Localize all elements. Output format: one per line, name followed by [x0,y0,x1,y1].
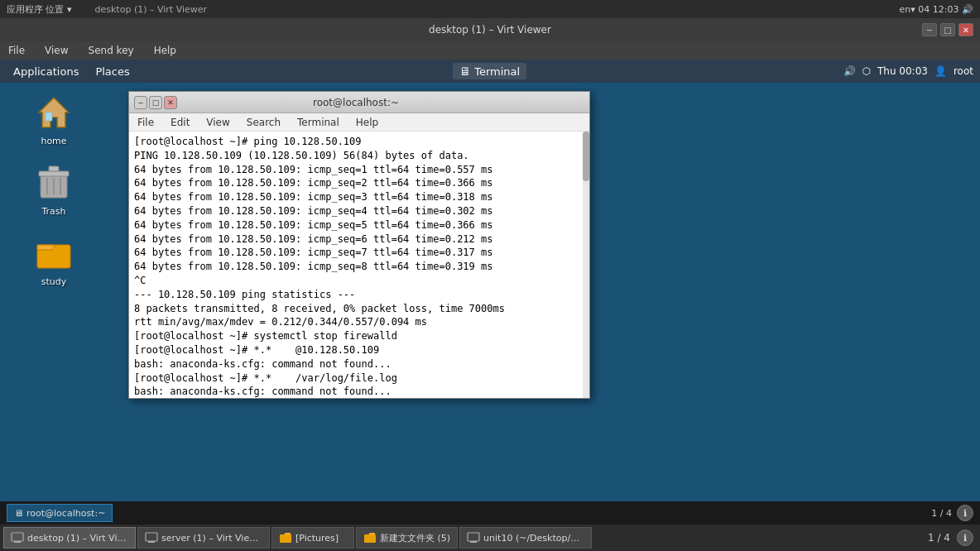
gnome-bluetooth-icon[interactable]: ⬡ [862,65,871,77]
virt-bottom-bar: desktop (1) – Virt Viewer server (1) – V… [0,525,980,551]
virt-maximize-btn[interactable]: □ [940,23,955,36]
terminal-minimize-btn[interactable]: − [134,96,147,109]
svg-marker-0 [39,98,69,127]
svg-rect-10 [14,541,21,543]
virt-menu-file[interactable]: File [3,43,30,58]
desktop-icon-home[interactable]: home [25,93,83,146]
svg-rect-16 [470,541,477,543]
taskbar-item-3[interactable]: 新建文文件夹 (5) [356,527,458,549]
terminal-menu-search[interactable]: Search [242,115,286,130]
svg-rect-3 [39,171,69,176]
gnome-terminal-label: Terminal [474,65,520,78]
gnome-places-menu[interactable]: Places [89,64,136,79]
terminal-menu-help[interactable]: Help [351,115,383,130]
virt-menubar: File View Send key Help [0,41,980,60]
trash-icon [34,163,74,203]
virt-menu-help[interactable]: Help [149,43,181,58]
desktop-icon-study[interactable]: study [25,233,83,287]
taskbar-icon-3 [363,531,377,544]
taskbar-icon-4 [467,531,480,544]
home-icon [34,93,74,132]
virt-info-btn[interactable]: ℹ [957,529,973,546]
svg-rect-9 [12,533,23,541]
notif-terminal-icon: 🖥 [14,508,23,519]
virt-viewer-title: desktop (1) – Virt Viewer [429,24,551,36]
os-time-label: en▾ 04 12:03 🔊 [900,4,973,15]
notif-info-btn[interactable]: ℹ [957,505,973,521]
gnome-applications-menu[interactable]: Applications [7,64,85,79]
os-top-bar-right: en▾ 04 12:03 🔊 [900,4,973,15]
home-icon-label: home [41,136,66,146]
study-folder-icon [34,233,74,273]
gnome-panel-right: 🔊 ⬡ Thu 00:03 👤 root [843,65,973,77]
terminal-win-controls: − □ ✕ [134,96,177,109]
terminal-scrollbar-thumb[interactable] [583,132,589,181]
os-window-title: desktop (1) – Virt Viewer [95,4,208,15]
taskbar-items: desktop (1) – Virt Viewer server (1) – V… [3,527,592,549]
gnome-user-name: root [954,65,973,77]
gnome-volume-icon[interactable]: 🔊 [843,65,856,77]
virt-minimize-btn[interactable]: − [922,23,937,36]
taskbar-icon-1 [145,531,158,544]
gnome-panel-center: 🖥 Terminal [453,63,526,79]
virt-bottom-right: 1 / 4 ℹ [928,529,977,546]
taskbar-item-2[interactable]: [Pictures] [271,527,354,549]
desktop: Applications Places 🖥 Terminal 🔊 ⬡ Thu 0… [0,60,980,525]
virt-viewer-titlebar: desktop (1) – Virt Viewer − □ ✕ [0,18,980,41]
svg-rect-11 [146,533,157,541]
terminal-window: − □ ✕ root@localhost:~ File Edit View Se… [128,91,590,399]
terminal-maximize-btn[interactable]: □ [149,96,162,109]
notif-right: 1 / 4 ℹ [931,505,973,521]
gnome-time: Thu 00:03 [877,65,928,77]
svg-rect-14 [364,534,376,543]
os-top-bar: 应用程序 位置 ▾ desktop (1) – Virt Viewer en▾ … [0,0,980,18]
virt-close-btn[interactable]: ✕ [958,23,973,36]
terminal-content[interactable]: [root@localhost ~]# ping 10.128.50.109 P… [129,132,589,398]
taskbar-icon-0 [11,531,24,544]
taskbar-item-4[interactable]: unit10 (~/Desktop/新建文件夹 (5… [459,527,592,549]
taskbar-item-0[interactable]: desktop (1) – Virt Viewer [3,527,136,549]
os-apps-places-label[interactable]: 应用程序 位置 ▾ [7,3,72,16]
taskbar-label-0: desktop (1) – Virt Viewer [27,533,128,544]
terminal-close-btn[interactable]: ✕ [164,96,177,109]
virt-menu-sendkey[interactable]: Send key [84,43,139,58]
svg-rect-13 [280,534,291,543]
svg-rect-4 [49,166,59,171]
trash-icon-label: Trash [41,206,65,217]
terminal-title: root@localhost:~ [177,97,535,108]
os-top-bar-left: 应用程序 位置 ▾ desktop (1) – Virt Viewer [7,3,207,16]
terminal-menu-file[interactable]: File [132,115,159,130]
svg-rect-1 [46,113,52,121]
virt-page-indicator: 1 / 4 [928,532,950,544]
taskbar-icon-2 [279,531,292,544]
taskbar-label-2: [Pictures] [295,533,339,544]
svg-rect-12 [148,541,155,543]
terminal-titlebar: − □ ✕ root@localhost:~ [129,92,589,113]
gnome-user-icon[interactable]: 👤 [934,65,947,77]
terminal-output: [root@localhost ~]# ping 10.128.50.109 P… [134,135,584,398]
study-folder-label: study [41,276,67,287]
notif-terminal-label: root@localhost:~ [26,508,105,519]
gnome-panel-left: Applications Places [7,64,137,79]
gnome-terminal-taskbar-item[interactable]: 🖥 Terminal [453,63,526,79]
gnome-bottom-panel: 🖥 root@localhost:~ 1 / 4 ℹ [0,501,980,525]
terminal-menubar: File Edit View Search Terminal Help [129,113,589,132]
gnome-panel: Applications Places 🖥 Terminal 🔊 ⬡ Thu 0… [0,60,980,83]
terminal-icon: 🖥 [459,65,471,78]
svg-rect-15 [468,533,479,541]
virt-viewer-controls: − □ ✕ [922,23,973,36]
desktop-icons: home Trash [25,93,83,287]
desktop-icon-trash[interactable]: Trash [25,163,83,217]
taskbar-label-3: 新建文文件夹 (5) [380,532,450,544]
taskbar-label-1: server (1) – Virt Viewer [161,533,262,544]
notif-page-indicator: 1 / 4 [931,508,952,519]
virt-menu-view[interactable]: View [40,43,73,58]
terminal-menu-edit[interactable]: Edit [166,115,195,130]
notif-terminal-item[interactable]: 🖥 root@localhost:~ [7,504,113,522]
terminal-menu-terminal[interactable]: Terminal [292,115,344,130]
taskbar-label-4: unit10 (~/Desktop/新建文件夹 (5… [483,532,584,544]
terminal-menu-view[interactable]: View [201,115,234,130]
taskbar-item-1[interactable]: server (1) – Virt Viewer [137,527,270,549]
terminal-scrollbar[interactable] [583,132,589,398]
